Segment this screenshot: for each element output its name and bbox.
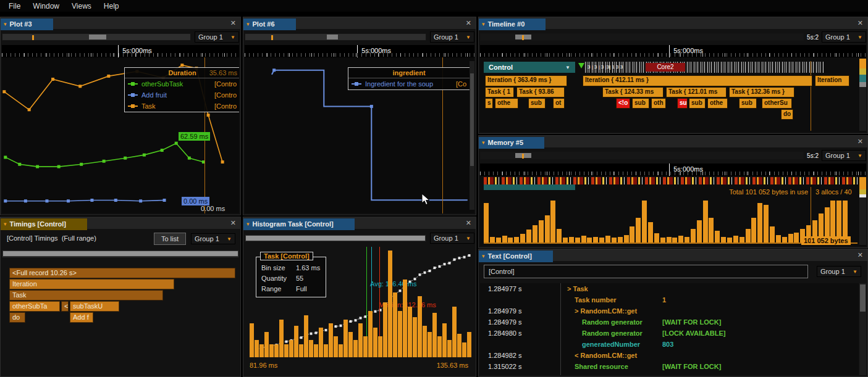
log-row[interactable]: 1.284977 s> Task: [480, 283, 859, 294]
timeline-bar[interactable]: sub: [739, 98, 757, 109]
horizontal-scrollbar[interactable]: [480, 33, 804, 41]
memory-bar: [794, 233, 799, 244]
horizontal-scrollbar[interactable]: [245, 33, 426, 41]
flame-bar[interactable]: <: [61, 301, 69, 312]
scrollbar-thumb[interactable]: [89, 35, 106, 39]
timeline-bar[interactable]: do: [781, 109, 793, 120]
horizontal-scrollbar[interactable]: [480, 152, 804, 159]
flame-bar[interactable]: <Full record 10.26 s>: [9, 268, 235, 278]
timeline-bar[interactable]: ot: [553, 98, 565, 109]
log-row[interactable]: 1.315022 sShared resource[WAIT FOR LOCK]: [480, 361, 859, 372]
text-titlebar[interactable]: ▾ Text [Control] ✕: [479, 249, 867, 261]
thread-marker-icon: [578, 63, 584, 68]
tooltip-key: Quantity: [261, 275, 296, 282]
timeline-bar[interactable]: Task { 93.86: [516, 87, 565, 97]
flame-bar[interactable]: Add f: [70, 312, 93, 323]
scrollbar-thumb[interactable]: [860, 284, 866, 312]
log-row[interactable]: 1.284982 s< RandomLCM::get: [480, 350, 859, 361]
timeline-bar[interactable]: othe: [495, 98, 518, 109]
flame-bar[interactable]: Iteration: [9, 279, 174, 289]
avg-label: Avg: 116.46 ms: [370, 280, 416, 288]
histogram-bar: [274, 344, 279, 357]
plot3-chart[interactable]: 62.59 ms 0.00 ms 0.00 ms Duration 35.63 …: [2, 57, 239, 213]
scrollbar-thumb[interactable]: [327, 35, 338, 39]
plot3-titlebar[interactable]: ▾ Plot #3 ✕: [1, 17, 240, 29]
plot6-chart[interactable]: ingredient Ingredient for the soup [Co: [245, 57, 474, 213]
close-icon[interactable]: ✕: [857, 19, 863, 27]
histogram-titlebar[interactable]: ▾ Histogram Task [Control] ✕: [243, 217, 476, 229]
timeline-bar[interactable]: Task { 132.36 ms }: [729, 87, 794, 97]
flame-bar[interactable]: otherSubTa: [9, 301, 60, 312]
timeline-titlebar[interactable]: ▾ Timeline #0 ✕: [479, 17, 867, 29]
timeline-bar[interactable]: Task { 124.33 ms: [602, 87, 664, 97]
menu-window[interactable]: Window: [27, 2, 65, 10]
group-dropdown[interactable]: Group 1 ▼: [430, 233, 474, 244]
vertical-scrollbar[interactable]: [859, 283, 866, 375]
menu-file[interactable]: File: [2, 2, 27, 10]
timeline-bar[interactable]: otherSu: [762, 98, 792, 109]
timeline-bar[interactable]: sub: [689, 98, 706, 109]
timeline-bar[interactable]: Task { 1: [485, 87, 514, 97]
timeline-bar[interactable]: sub: [528, 98, 546, 109]
close-icon[interactable]: ✕: [857, 251, 863, 259]
log-timestamp: 1.284977 s: [488, 283, 521, 294]
log-row[interactable]: 1.284979 sRandom generator[WAIT FOR LOCK…: [480, 317, 859, 328]
time-ruler[interactable]: 5s:000ms: [245, 45, 474, 57]
menu-views[interactable]: Views: [65, 2, 98, 10]
flame-graph[interactable]: <Full record 10.26 s>IterationTaskotherS…: [1, 217, 240, 376]
group-dropdown[interactable]: Group 1 ▼: [822, 31, 866, 43]
histogram-bar: [363, 336, 368, 357]
log-list[interactable]: 1.284977 s> TaskTask number11.284979 s> …: [480, 283, 859, 375]
horizontal-scrollbar[interactable]: [2, 33, 191, 41]
close-icon[interactable]: ✕: [466, 19, 471, 27]
filter-input[interactable]: [Control]: [484, 265, 808, 278]
time-ruler[interactable]: 5s:000ms: [480, 45, 866, 57]
log-row[interactable]: 1.284979 s> RandomLCM::get: [480, 305, 859, 317]
close-icon[interactable]: ✕: [857, 138, 863, 146]
log-row[interactable]: generatedNumber803: [480, 339, 859, 350]
group-dropdown[interactable]: Group 1 ▼: [822, 150, 866, 161]
log-row[interactable]: 1.284980 sRandom generator[LOCK AVAILABL…: [480, 328, 859, 339]
scrollbar-thumb[interactable]: [246, 236, 425, 241]
group-dropdown[interactable]: Group 1 ▼: [817, 266, 861, 277]
histogram-bar: [432, 313, 437, 357]
flame-bar[interactable]: Task: [9, 290, 163, 300]
horizontal-scrollbar[interactable]: [245, 234, 426, 242]
timeline-bar[interactable]: su: [677, 98, 688, 109]
timeline-bar[interactable]: s: [485, 98, 493, 109]
timeline-bar[interactable]: oth: [651, 98, 666, 109]
timeline-bar[interactable]: othe: [707, 98, 728, 109]
timeline-bar[interactable]: Iteration { 363.49 ms }: [485, 75, 567, 86]
timeline-bar[interactable]: Iteration { 412.11 ms }: [583, 75, 812, 86]
log-row[interactable]: Task number1: [480, 294, 859, 305]
flame-bar[interactable]: do: [9, 312, 25, 323]
legend-item[interactable]: otherSubTask [Contro: [125, 78, 239, 89]
memory-titlebar[interactable]: ▾ Memory #5 ✕: [479, 136, 867, 147]
vertical-scrollbar[interactable]: [859, 177, 866, 245]
close-icon[interactable]: ✕: [466, 219, 471, 227]
memory-canvas[interactable]: Total 101 052 bytes in use 3 allocs / 40…: [480, 176, 866, 246]
flame-bar[interactable]: subTaskU: [70, 301, 119, 312]
thread-strip: [484, 184, 575, 190]
timeline-canvas[interactable]: Control ▼ 3 | 3 | 3 |3| 1 3 3 Core2 Iter…: [480, 57, 866, 132]
scrollbar-thumb[interactable]: [470, 73, 474, 166]
cursor-tick: [32, 35, 34, 40]
time-ruler[interactable]: 5s:000ms: [2, 45, 239, 57]
timeline-bar[interactable]: sub: [632, 98, 649, 109]
close-icon[interactable]: ✕: [230, 19, 236, 27]
vertical-scrollbar[interactable]: [470, 61, 474, 210]
plot6-titlebar[interactable]: ▾ Plot #6 ✕: [243, 17, 476, 29]
histogram-bar: [353, 340, 358, 357]
legend-item[interactable]: Ingredient for the soup [Co: [348, 78, 470, 89]
timeline-bar[interactable]: Task { 121.01 ms: [666, 87, 727, 97]
legend-item[interactable]: Task [Contro: [125, 101, 239, 112]
group-dropdown[interactable]: Group 1 ▼: [430, 31, 474, 43]
timeline-bar[interactable]: Iteration: [815, 75, 849, 86]
timeline-bar[interactable]: <!o: [616, 98, 630, 109]
vertical-scrollbar[interactable]: [859, 59, 866, 131]
thread-header[interactable]: Control ▼: [484, 62, 575, 73]
time-ruler[interactable]: 5s:000ms: [480, 164, 866, 176]
group-dropdown[interactable]: Group 1 ▼: [195, 31, 239, 43]
menu-help[interactable]: Help: [98, 2, 125, 10]
legend-item[interactable]: Add fruit [Contro: [125, 89, 239, 101]
